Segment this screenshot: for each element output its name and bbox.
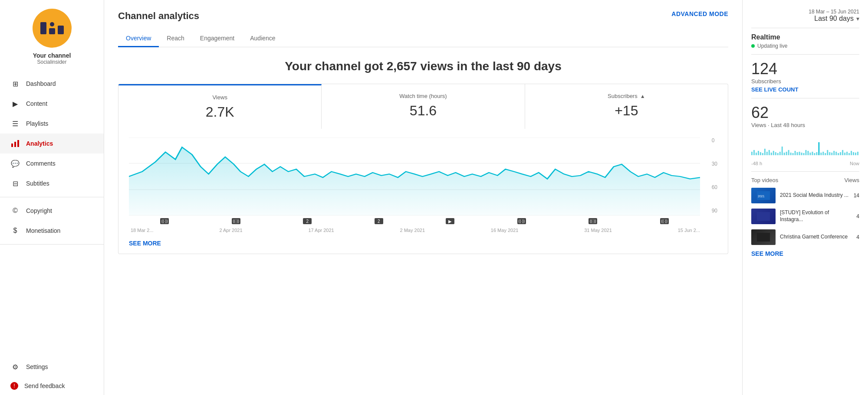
marker-radio-3: ((·)) (517, 218, 526, 224)
page-title: Channel analytics (118, 10, 199, 22)
svg-rect-1 (14, 142, 16, 147)
y-label-90: 90 (712, 208, 717, 214)
sidebar-item-dashboard[interactable]: ⊞ Dashboard (0, 74, 104, 94)
time-end: Now (850, 161, 859, 166)
feedback-icon: ! (10, 382, 18, 390)
video-row-2[interactable]: [STUDY] Evolution of Instagra... 4 (751, 209, 859, 224)
svg-rect-55 (855, 153, 856, 155)
sidebar-item-monetisation[interactable]: $ Monetisation (0, 221, 104, 241)
x-label-1: 2 Apr 2021 (219, 228, 242, 233)
svg-rect-47 (838, 153, 839, 155)
sidebar-item-settings[interactable]: ⚙ Settings (0, 357, 104, 377)
marker-play: ▶ (446, 218, 454, 224)
svg-rect-51 (846, 152, 848, 155)
svg-rect-2 (17, 140, 19, 147)
settings-icon: ⚙ (10, 362, 20, 372)
tab-audience[interactable]: Audience (242, 30, 283, 47)
date-range-label: 18 Mar – 15 Jun 2021 (751, 9, 859, 15)
y-label-0: 0 (712, 137, 717, 144)
marker-radio-2: ((·)) (232, 218, 240, 224)
trend-icon: ▲ (640, 93, 645, 99)
sidebar-item-subtitles[interactable]: ⊟ Subtitles (0, 173, 104, 193)
svg-rect-50 (844, 153, 845, 155)
svg-rect-16 (771, 153, 772, 155)
watchtime-value: 51.6 (332, 103, 514, 119)
svg-rect-29 (799, 152, 800, 155)
realtime-views-label: Views · Last 48 hours (751, 122, 859, 128)
sidebar-item-label: Dashboard (26, 80, 56, 87)
channel-name: Your channel (33, 52, 71, 59)
svg-rect-45 (833, 151, 835, 155)
svg-rect-60 (757, 233, 770, 242)
svg-rect-24 (788, 150, 789, 155)
top-videos-header: Top videos Views (751, 177, 859, 183)
sidebar-item-playlists[interactable]: ☰ Playlists (0, 114, 104, 134)
sidebar-item-feedback[interactable]: ! Send feedback (0, 377, 104, 395)
svg-rect-23 (786, 152, 787, 155)
svg-rect-41 (825, 153, 826, 155)
top-videos-section: Top videos Views 2021 2021 Social Media … (751, 177, 859, 257)
sidebar-item-label: Subtitles (26, 180, 49, 187)
svg-rect-31 (803, 153, 805, 155)
stat-subscribers[interactable]: Subscribers ▲ +15 (525, 84, 728, 129)
channel-username: Socialinsider (37, 59, 66, 65)
comments-icon: 💬 (10, 159, 20, 168)
see-more-button[interactable]: SEE MORE (129, 240, 161, 247)
x-label-0: 18 Mar 2... (131, 228, 154, 233)
video-title-2: [STUDY] Evolution of Instagra... (780, 209, 852, 223)
svg-rect-46 (835, 152, 837, 155)
marker-number-2: 2 (375, 218, 383, 224)
nav-divider (0, 197, 104, 197)
monetisation-icon: $ (10, 226, 20, 235)
tab-engagement[interactable]: Engagement (192, 30, 242, 47)
video-views-3: 4 (856, 234, 859, 240)
svg-rect-28 (797, 152, 798, 155)
channel-avatar (33, 9, 72, 48)
marker-number-1: 2 (303, 218, 312, 224)
channel-headline: Your channel got 2,657 views in the last… (118, 59, 728, 73)
x-label-3: 2 May 2021 (400, 228, 425, 233)
sidebar-item-copyright[interactable]: © Copyright (0, 201, 104, 221)
video-info-1: 2021 Social Media Industry ... (780, 192, 849, 199)
updating-live: Updating live (751, 43, 859, 49)
svg-rect-15 (769, 150, 770, 155)
stat-watchtime[interactable]: Watch time (hours) 51.6 (322, 84, 525, 129)
sidebar-item-analytics[interactable]: Analytics (0, 134, 104, 153)
tab-reach[interactable]: Reach (159, 30, 192, 47)
stat-views[interactable]: Views 2.7K (118, 84, 322, 129)
divider-1 (751, 28, 859, 28)
video-views-2: 4 (856, 213, 859, 219)
see-live-count-button[interactable]: SEE LIVE COUNT (751, 86, 859, 93)
svg-rect-52 (848, 153, 850, 155)
svg-rect-56 (857, 152, 858, 155)
realtime-views-count: 62 (751, 104, 859, 122)
svg-rect-21 (782, 147, 783, 155)
svg-rect-10 (758, 151, 759, 155)
svg-rect-19 (777, 153, 779, 155)
dashboard-icon: ⊞ (10, 79, 20, 88)
video-views-1: 14 (854, 193, 859, 199)
content-icon: ▶ (10, 99, 20, 108)
sidebar-item-content[interactable]: ▶ Content (0, 94, 104, 114)
video-row-1[interactable]: 2021 2021 Social Media Industry ... 14 (751, 188, 859, 203)
main-content: Channel analytics ADVANCED MODE Overview… (104, 0, 742, 395)
x-label-2: 17 Apr 2021 (308, 228, 334, 233)
video-title-1: 2021 Social Media Industry ... (780, 192, 849, 199)
chevron-down-icon: ▾ (856, 15, 859, 22)
tab-overview[interactable]: Overview (118, 30, 159, 47)
marker-radio-4: ((·)) (589, 218, 597, 224)
svg-rect-17 (773, 151, 774, 155)
date-range-dropdown[interactable]: Last 90 days ▾ (751, 15, 859, 23)
svg-rect-26 (792, 153, 794, 155)
live-dot (751, 44, 755, 48)
sidebar-item-comments[interactable]: 💬 Comments (0, 153, 104, 173)
video-info-2: [STUDY] Evolution of Instagra... (780, 209, 852, 223)
video-row-3[interactable]: Christina Garnett Conference 4 (751, 229, 859, 245)
advanced-mode-button[interactable]: ADVANCED MODE (671, 10, 728, 17)
views-header-label: Views (845, 177, 859, 183)
svg-rect-22 (784, 153, 785, 155)
sidebar: Your channel Socialinsider ⊞ Dashboard ▶… (0, 0, 104, 395)
sidebar-item-label: Settings (26, 363, 48, 370)
top-videos-see-more-button[interactable]: SEE MORE (751, 250, 859, 257)
sidebar-item-label: Playlists (26, 120, 48, 127)
